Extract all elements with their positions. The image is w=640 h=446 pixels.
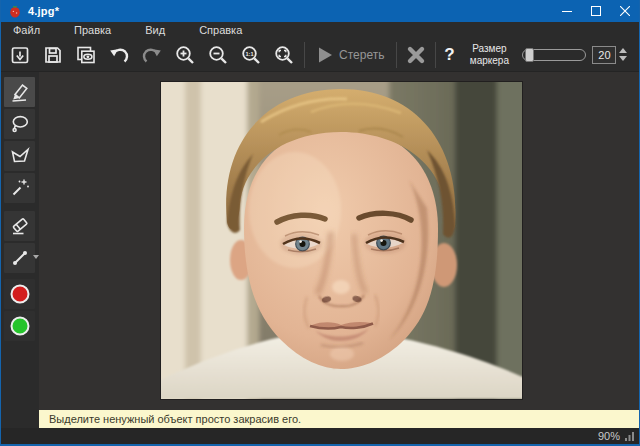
hint-row: Выделите ненужный объект просто закрасив…	[1, 410, 639, 428]
zoom-fit-button[interactable]	[267, 40, 300, 70]
line-icon	[8, 246, 32, 270]
menu-help[interactable]: Справка	[197, 24, 244, 36]
red-circle-icon	[8, 282, 32, 306]
zoom-actual-size-button[interactable]: 1:1	[234, 40, 267, 70]
zoom-level-indicator: 90%	[598, 430, 620, 442]
marker-size-spinbox: 20	[592, 46, 627, 64]
spinner-arrows	[619, 48, 627, 61]
eraser-icon	[8, 214, 32, 238]
minimize-button[interactable]	[552, 0, 581, 22]
menu-view[interactable]: Вид	[143, 24, 167, 36]
menu-edit[interactable]: Правка	[72, 24, 113, 36]
hint-bar: Выделите ненужный объект просто закрасив…	[39, 410, 639, 428]
toolbar-separator	[396, 42, 397, 68]
compare-original-button[interactable]	[69, 40, 102, 70]
menu-bar: Файл Правка Вид Справка	[1, 22, 639, 38]
help-button[interactable]: ?	[440, 40, 458, 70]
marker-icon	[8, 80, 32, 104]
status-bar: 90%	[1, 428, 639, 444]
menu-file[interactable]: Файл	[11, 24, 42, 36]
app-icon	[8, 4, 22, 18]
marker-size-label: Размер маркера	[464, 43, 514, 66]
play-icon	[317, 46, 333, 64]
x-icon	[406, 45, 426, 65]
hint-row-filler	[1, 410, 39, 428]
svg-text:1:1: 1:1	[245, 50, 253, 56]
zoom-out-button[interactable]	[201, 40, 234, 70]
main-area	[1, 72, 639, 410]
hint-text: Выделите ненужный объект просто закрасив…	[49, 413, 301, 425]
close-button[interactable]	[610, 0, 639, 22]
toolbar: 1:1 Стереть ? Размер маркера	[1, 38, 639, 72]
green-circle-icon	[8, 314, 32, 338]
magic-wand-tool-button[interactable]	[4, 173, 35, 203]
photo[interactable]	[161, 82, 522, 399]
save-button[interactable]	[36, 40, 69, 70]
polygon-lasso-icon	[8, 144, 32, 168]
image-canvas[interactable]	[39, 72, 639, 410]
marker-size-value[interactable]: 20	[592, 46, 616, 64]
open-button[interactable]	[3, 40, 36, 70]
polygon-lasso-tool-button[interactable]	[4, 141, 35, 171]
lasso-icon	[8, 112, 32, 136]
erase-button-label: Стереть	[339, 48, 384, 62]
redo-button[interactable]	[135, 40, 168, 70]
app-window: 4.jpg* Файл Правка Вид Справка	[0, 0, 640, 446]
spinner-up-icon[interactable]	[619, 48, 627, 53]
erase-button[interactable]: Стереть	[309, 40, 392, 70]
window-controls	[552, 0, 639, 22]
undo-button[interactable]	[102, 40, 135, 70]
eraser-tool-button[interactable]	[4, 211, 35, 241]
spinner-down-icon[interactable]	[619, 56, 627, 61]
green-marker-button[interactable]	[4, 311, 35, 341]
tool-sidebar	[1, 72, 39, 410]
marker-tool-button[interactable]	[4, 77, 35, 107]
cancel-button[interactable]	[401, 40, 431, 70]
slider-handle[interactable]	[525, 48, 534, 62]
maximize-button[interactable]	[581, 0, 610, 22]
toolbar-separator	[304, 42, 305, 68]
toolbar-separator	[435, 42, 436, 68]
title-bar[interactable]: 4.jpg*	[1, 0, 639, 22]
marker-size-slider[interactable]	[522, 49, 586, 61]
resize-grip[interactable]	[625, 431, 635, 441]
window-title: 4.jpg*	[28, 5, 59, 17]
lasso-tool-button[interactable]	[4, 109, 35, 139]
magic-wand-icon	[8, 176, 32, 200]
line-tool-button[interactable]	[4, 243, 35, 273]
red-marker-button[interactable]	[4, 279, 35, 309]
zoom-in-button[interactable]	[168, 40, 201, 70]
